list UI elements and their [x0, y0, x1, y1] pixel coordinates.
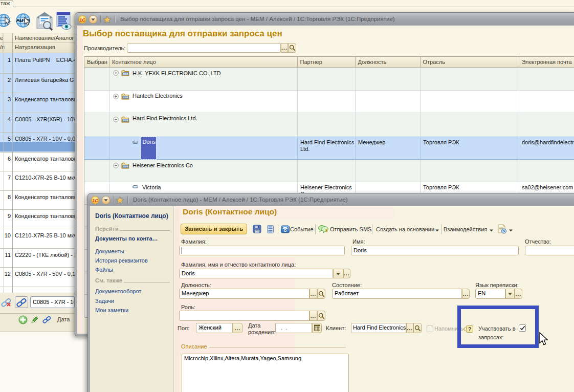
svg-text:1С: 1С	[79, 17, 85, 23]
svg-text:1С: 1С	[92, 198, 98, 203]
